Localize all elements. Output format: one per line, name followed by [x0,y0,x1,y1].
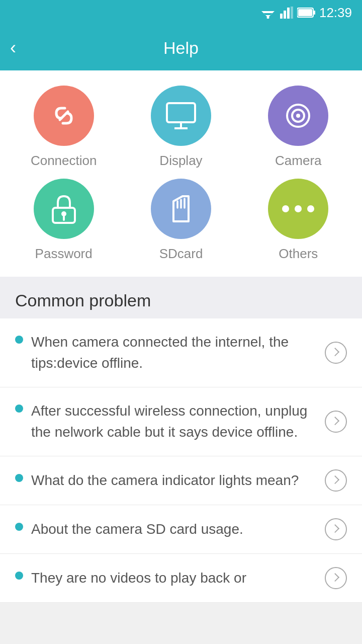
category-others-circle [268,179,328,239]
svg-rect-7 [291,7,293,19]
problem-content-1: When camera connected the internel, the … [15,332,325,374]
problems-list: When camera connected the internel, the … [0,318,362,603]
category-sdcard-label: SDcard [159,246,203,262]
category-sdcard-circle [151,179,211,239]
svg-rect-6 [287,8,290,19]
bullet-dot-2 [15,405,23,413]
app-header: ‹ Help [0,25,362,70]
battery-icon [297,7,315,18]
dots-icon [281,201,316,216]
category-password[interactable]: Password [10,179,117,262]
link-icon [49,101,79,131]
problem-text-3: What do the camera indicator lights mean… [31,470,299,491]
chevron-right-5[interactable] [325,567,347,589]
problem-item-2[interactable]: After successful wireless connection, un… [0,387,362,456]
svg-rect-5 [284,11,286,19]
category-sdcard[interactable]: SDcard [127,179,234,262]
status-bar: 12:39 [0,0,362,25]
svg-point-25 [295,205,302,212]
problem-item-3[interactable]: What do the camera indicator lights mean… [0,456,362,505]
svg-point-24 [282,205,289,212]
sdcard-icon [168,194,194,224]
category-others[interactable]: Others [245,179,352,262]
bullet-dot-3 [15,474,23,482]
problem-content-3: What do the camera indicator lights mean… [15,470,325,491]
problem-text-2: After successful wireless connection, un… [31,400,315,443]
problem-text-5: They are no videos to play back or [31,568,246,589]
svg-rect-10 [298,9,312,16]
back-button[interactable]: ‹ [10,39,16,57]
svg-rect-4 [280,14,283,19]
problem-text-4: About the camera SD card usage. [31,519,243,540]
svg-rect-12 [167,103,195,122]
chevron-right-4[interactable] [325,518,347,540]
camera-icon [283,101,313,131]
status-time: 12:39 [319,5,352,21]
signal-icon [280,7,293,19]
category-connection-label: Connection [31,153,97,169]
bullet-dot-1 [15,336,23,344]
common-problems-section: Common problem [0,277,362,318]
chevron-right-3[interactable] [325,469,347,492]
category-camera[interactable]: Camera [245,86,352,169]
category-camera-circle [268,86,328,146]
problem-content-2: After successful wireless connection, un… [15,400,325,443]
chevron-right-1[interactable] [325,342,347,364]
problem-text-1: When camera connected the internel, the … [31,332,315,374]
common-problems-title: Common problem [15,291,151,310]
bullet-dot-5 [15,572,23,580]
problem-item-4[interactable]: About the camera SD card usage. [0,505,362,554]
status-icons: 12:39 [260,5,352,21]
chevron-right-2[interactable] [325,411,347,433]
page-title: Help [163,38,199,58]
svg-rect-9 [314,11,315,15]
category-password-label: Password [35,246,93,262]
svg-line-11 [60,112,68,120]
wifi-icon [260,7,276,19]
problem-content-4: About the camera SD card usage. [15,519,325,540]
category-display-circle [151,86,211,146]
category-connection[interactable]: Connection [10,86,117,169]
category-camera-label: Camera [275,153,321,169]
category-others-label: Others [279,246,318,262]
svg-point-26 [307,205,314,212]
bullet-dot-4 [15,523,23,531]
problem-content-5: They are no videos to play back or [15,568,325,589]
svg-point-17 [296,114,300,118]
problem-item-5[interactable]: They are no videos to play back or [0,554,362,603]
problem-item-1[interactable]: When camera connected the internel, the … [0,318,362,387]
monitor-icon [164,101,198,131]
category-password-circle [34,179,94,239]
category-display[interactable]: Display [127,86,234,169]
category-grid: Connection Display Camera [0,70,362,277]
category-display-label: Display [159,153,202,169]
category-connection-circle [34,86,94,146]
lock-icon [50,194,78,224]
